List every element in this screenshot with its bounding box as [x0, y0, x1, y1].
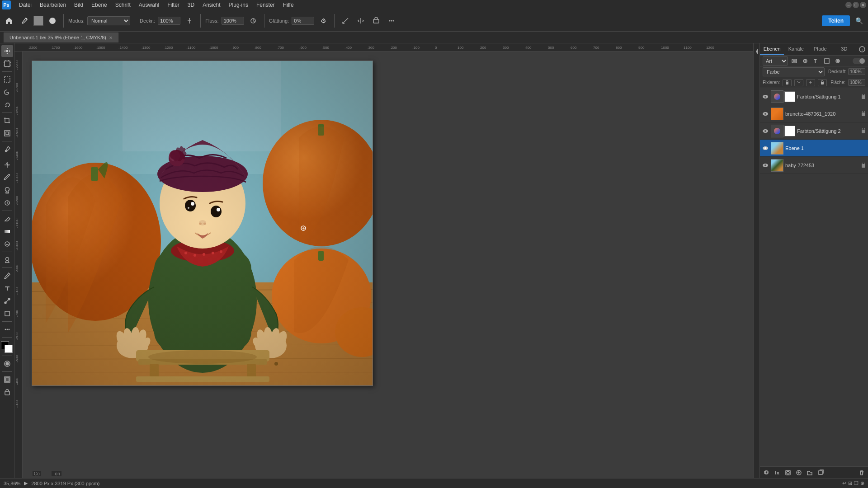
- menu-bearbeiten[interactable]: Bearbeiten: [36, 1, 70, 9]
- lock-all-button[interactable]: [818, 79, 827, 86]
- tab-close-button[interactable]: ✕: [109, 35, 113, 40]
- layer-visibility-farbton2[interactable]: [762, 127, 769, 135]
- layer-mode-select[interactable]: Farbe Normal Multiplizieren: [763, 67, 825, 76]
- minimize-button[interactable]: –: [845, 2, 852, 8]
- status-history-button[interactable]: ↩: [842, 480, 846, 486]
- frame-tool-button[interactable]: [1, 127, 13, 139]
- menu-3d[interactable]: 3D: [184, 1, 198, 9]
- menu-bild[interactable]: Bild: [71, 1, 87, 9]
- brush-preset-button[interactable]: [46, 14, 59, 27]
- lock-image-button[interactable]: [794, 79, 803, 86]
- blur-tool-button[interactable]: [1, 238, 13, 250]
- shape-tool-button[interactable]: [1, 308, 13, 319]
- brush-tool-side-button[interactable]: [1, 172, 13, 183]
- text-tool-button[interactable]: [1, 282, 13, 294]
- link-layers-button[interactable]: [762, 468, 771, 477]
- menu-ebene[interactable]: Ebene: [88, 1, 111, 9]
- eyedropper-tool-button[interactable]: [1, 143, 13, 155]
- maximize-button[interactable]: □: [853, 2, 859, 8]
- filter-smart-button[interactable]: [833, 56, 842, 66]
- tab-3d[interactable]: 3D: [832, 43, 856, 55]
- brush-additional-button[interactable]: [385, 14, 398, 27]
- lock-transparent-button[interactable]: [783, 79, 792, 86]
- pressure-flow-button[interactable]: [247, 14, 259, 27]
- share-button[interactable]: Teilen: [822, 15, 850, 26]
- path-select-button[interactable]: [1, 295, 13, 307]
- background-color[interactable]: [5, 345, 13, 353]
- layers-type-select[interactable]: Art Name Effekt: [763, 56, 788, 66]
- filter-text-button[interactable]: T: [811, 56, 821, 66]
- screen-mode-button[interactable]: [1, 374, 13, 385]
- quick-mask-button[interactable]: [1, 358, 13, 370]
- symmetry-button[interactable]: [354, 14, 367, 27]
- menu-hilfe[interactable]: Hilfe: [279, 1, 297, 9]
- menu-plugins[interactable]: Plug-ins: [225, 1, 252, 9]
- brush-settings-button[interactable]: [370, 14, 382, 27]
- tab-ebenen[interactable]: Ebenen: [760, 43, 784, 55]
- canvas-document[interactable]: [32, 61, 373, 386]
- search-button[interactable]: 🔍: [853, 14, 865, 27]
- add-fx-button[interactable]: fx: [773, 468, 782, 477]
- pressure-opacity-button[interactable]: [183, 14, 196, 27]
- home-button[interactable]: [3, 14, 15, 27]
- layer-item-farbton1[interactable]: Farbton/Sättigung 1: [760, 88, 868, 105]
- deckkraft-input[interactable]: [158, 17, 180, 25]
- tab-kanaele[interactable]: Kanäle: [784, 43, 808, 55]
- layer-visibility-farbton1[interactable]: [762, 93, 769, 100]
- filter-pixel-button[interactable]: [790, 56, 799, 66]
- menu-schrift[interactable]: Schrift: [112, 1, 134, 9]
- lock-artboard-button[interactable]: [806, 79, 815, 86]
- filter-shape-button[interactable]: [822, 56, 831, 66]
- layer-visibility-baby[interactable]: [762, 162, 769, 169]
- menu-ansicht[interactable]: Ansicht: [199, 1, 224, 9]
- move-tool-button[interactable]: [1, 45, 13, 57]
- healing-tool-button[interactable]: [1, 159, 13, 171]
- new-adjustment-button[interactable]: [794, 468, 803, 477]
- menu-filter[interactable]: Filter: [164, 1, 183, 9]
- glaettung-settings-button[interactable]: ⚙: [317, 14, 330, 27]
- brush-color-swatch[interactable]: [33, 16, 43, 26]
- brush-tool-button[interactable]: [18, 14, 31, 27]
- angle-button[interactable]: [339, 14, 352, 27]
- layer-visibility-brunette[interactable]: [762, 110, 769, 117]
- layer-item-brunette[interactable]: brunette-487061_1920: [760, 105, 868, 122]
- tab-pfade[interactable]: Pfade: [808, 43, 832, 55]
- status-grid-button[interactable]: ⊞: [848, 480, 852, 486]
- pen-tool-button[interactable]: [1, 270, 13, 282]
- crop-tool-button[interactable]: [1, 115, 13, 127]
- gradient-tool-button[interactable]: [1, 225, 13, 237]
- dodge-tool-button[interactable]: [1, 254, 13, 266]
- modus-select[interactable]: Normal Multiplizieren Bildschirm: [87, 16, 130, 25]
- status-zoom-button[interactable]: ⊕: [860, 480, 864, 486]
- layer-visibility-ebene1[interactable]: [762, 145, 769, 152]
- status-arrange-button[interactable]: ❐: [854, 480, 859, 486]
- stamp-tool-button[interactable]: [1, 184, 13, 196]
- layer-item-baby[interactable]: baby-772453: [760, 157, 868, 174]
- menu-datei[interactable]: Datei: [15, 1, 35, 9]
- quick-select-tool-button[interactable]: [1, 99, 13, 111]
- rotate-view-button[interactable]: [1, 386, 13, 398]
- delete-layer-button[interactable]: [857, 468, 866, 477]
- glaettung-input[interactable]: [292, 17, 314, 25]
- panel-collapse-button[interactable]: [753, 43, 760, 478]
- opacity-input[interactable]: [848, 68, 865, 75]
- menu-fenster[interactable]: Fenster: [253, 1, 278, 9]
- layer-item-farbton2[interactable]: Farbton/Sättigung 2: [760, 122, 868, 140]
- fluss-input[interactable]: [222, 17, 244, 25]
- close-button[interactable]: ✕: [860, 2, 866, 8]
- lasso-tool-button[interactable]: [1, 86, 13, 98]
- new-layer-button[interactable]: [816, 468, 825, 477]
- history-brush-button[interactable]: [1, 197, 13, 209]
- artboard-tool-button[interactable]: [1, 58, 13, 70]
- eraser-tool-button[interactable]: [1, 213, 13, 225]
- filter-toggle[interactable]: [853, 58, 865, 64]
- fill-input[interactable]: [848, 79, 865, 86]
- panel-info-icon[interactable]: i: [856, 43, 868, 55]
- document-tab[interactable]: Unbenannt-1 bei 35,9% (Ebene 1, CMYK/8) …: [4, 33, 118, 42]
- add-mask-button[interactable]: [783, 468, 793, 477]
- more-tools-button[interactable]: [1, 324, 13, 335]
- filter-adjustment-button[interactable]: [801, 56, 810, 66]
- marquee-tool-button[interactable]: [1, 74, 13, 85]
- new-group-button[interactable]: [805, 468, 814, 477]
- menu-auswahl[interactable]: Auswahl: [135, 1, 163, 9]
